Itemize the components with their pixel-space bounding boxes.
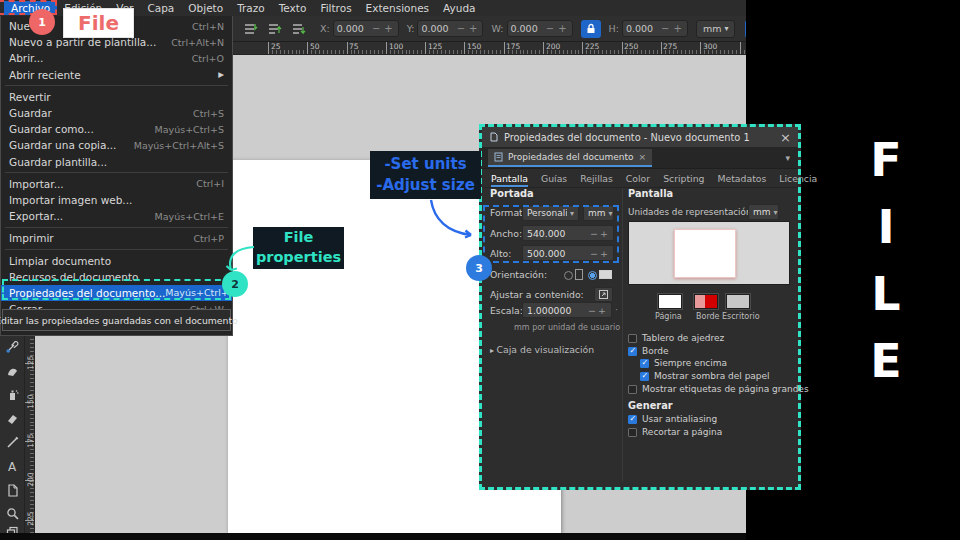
y-decrement[interactable]: − (455, 23, 467, 34)
step1-badge: 1 (29, 9, 55, 35)
x-input[interactable]: 0.000 − + (333, 20, 399, 37)
y-input[interactable]: 0.000 − + (417, 20, 483, 37)
x-decrement[interactable]: − (370, 23, 382, 34)
lock-ratio-button[interactable] (581, 20, 601, 38)
checkbox-checkerboard[interactable]: Tablero de ajedrez (628, 333, 724, 343)
checkbox-antialiasing[interactable]: Usar antialiasing (628, 414, 717, 424)
dropper-tool[interactable] (4, 338, 21, 355)
tab-scripting[interactable]: Scripting (663, 169, 704, 187)
dialog-icon (489, 132, 499, 142)
menu-item-importar-web[interactable]: Importar imagen web... (1, 192, 232, 208)
orientation-portrait-radio[interactable] (564, 271, 573, 280)
menu-ayuda[interactable]: Ayuda (436, 1, 482, 15)
front-page-heading: Portada (490, 188, 534, 199)
desk-color-swatch[interactable] (726, 294, 750, 309)
dialog-titlebar[interactable]: Propiedades del documento - Nuevo docume… (482, 127, 798, 147)
x-increment[interactable]: + (382, 23, 394, 34)
tab-color[interactable]: Color (626, 169, 650, 187)
zoom-tool[interactable] (4, 505, 21, 522)
dialog-tab-chip[interactable]: Propiedades del documento × (488, 149, 652, 167)
border-color-swatch[interactable] (694, 294, 718, 309)
tab-licencia[interactable]: Licencia (779, 169, 817, 187)
menu-filtros[interactable]: Filtros (313, 1, 358, 15)
step2-arrow (220, 238, 265, 283)
step2-highlight-rect (2, 279, 231, 300)
vruler-label: 175 (26, 431, 35, 451)
text-icon: A (5, 459, 20, 474)
generate-heading: Generar (628, 400, 673, 411)
page-tool[interactable] (4, 482, 21, 499)
tab-guias[interactable]: Guías (541, 169, 567, 187)
eraser-icon (5, 411, 20, 426)
w-input[interactable]: 0.000 − + (507, 20, 573, 37)
y-increment[interactable]: + (467, 23, 479, 34)
orientation-landscape-radio[interactable] (588, 271, 597, 280)
menu-item-guardar-plantilla[interactable]: Guardar plantilla... (1, 154, 232, 170)
caret-down-icon: ▾ (774, 208, 778, 217)
viewbox-expander[interactable]: ▸ Caja de visualización (490, 344, 594, 355)
checkbox-box (628, 347, 637, 356)
align-distribute-icon-1[interactable] (240, 20, 260, 38)
hruler-label: 225 (585, 42, 599, 51)
eraser-tool[interactable] (4, 410, 21, 427)
menu-item-abrir-reciente[interactable]: Abrir reciente▶ (1, 67, 232, 83)
step3-highlight-rect (483, 205, 619, 263)
menu-texto[interactable]: Texto (272, 1, 314, 15)
scale-input[interactable]: 1.000000 − + (522, 302, 612, 318)
hruler-label: 25 (271, 42, 281, 51)
vruler-label: 125 (26, 353, 35, 373)
h-increment[interactable]: + (671, 23, 683, 34)
menu-item-guardar-copia[interactable]: Guardar una copia...Mayús+Ctrl+Alt+S (1, 137, 232, 153)
menu-item-guardar-como[interactable]: Guardar como...Mayús+Ctrl+S (1, 121, 232, 137)
h-decrement[interactable]: − (659, 23, 671, 34)
resize-page-icon (598, 289, 609, 300)
tab-rejillas[interactable]: Rejillas (580, 169, 613, 187)
menu-trazo[interactable]: Trazo (230, 1, 272, 15)
scale-increment[interactable]: + (597, 305, 607, 316)
vruler-label: 150 (26, 392, 35, 412)
unit-dropdown[interactable]: mm ▾ (696, 20, 736, 38)
menu-item-limpiar[interactable]: Limpiar documento (1, 252, 232, 268)
h-input[interactable]: 0.000 − + (622, 20, 688, 37)
tab-metadatos[interactable]: Metadatos (717, 169, 766, 187)
tweak-tool[interactable] (4, 362, 21, 379)
scale-decrement[interactable]: − (587, 305, 597, 316)
page-icon (5, 483, 20, 498)
chevron-down-icon[interactable]: ▾ (785, 153, 790, 163)
menu-extensiones[interactable]: Extensiones (359, 1, 436, 15)
menu-capa[interactable]: Capa (140, 1, 181, 15)
banner-letter: E (870, 341, 901, 381)
menu-item-revertir[interactable]: Revertir (1, 89, 232, 105)
align-distribute-icon-3[interactable] (288, 20, 308, 38)
display-units-dropdown[interactable]: mm ▾ (748, 204, 779, 220)
pencil-tool[interactable] (4, 434, 21, 451)
checkbox-clip-to-page[interactable]: Recortar a página (628, 427, 722, 437)
menu-item-imprimir[interactable]: ImprimirCtrl+P (1, 230, 232, 246)
tab-pantalla[interactable]: Pantalla (491, 169, 528, 187)
page-color-swatch[interactable] (658, 294, 682, 309)
menu-item-guardar[interactable]: GuardarCtrl+S (1, 105, 232, 121)
menu-item-importar[interactable]: Importar...Ctrl+I (1, 176, 232, 192)
checkbox-always-on-top[interactable]: Siempre encima (640, 358, 727, 368)
dialog-close-button[interactable]: × (780, 130, 791, 145)
w-increment[interactable]: + (556, 23, 568, 34)
banner-letter: I (877, 207, 894, 247)
menu-separator (5, 172, 228, 173)
menu-item-abrir[interactable]: Abrir...Ctrl+O (1, 50, 232, 66)
banner-letter: L (871, 274, 900, 314)
text-tool[interactable]: A (4, 458, 21, 475)
scale-dot: · (615, 304, 618, 315)
portrait-page-icon (575, 269, 583, 280)
w-decrement[interactable]: − (544, 23, 556, 34)
fit-to-content-button[interactable] (594, 287, 613, 302)
menu-objeto[interactable]: Objeto (181, 1, 230, 15)
checkbox-big-page-labels[interactable]: Mostrar etiquetas de página grandes (628, 384, 809, 394)
checkbox-border[interactable]: Borde (628, 346, 668, 356)
spray-tool[interactable] (4, 386, 21, 403)
checkbox-box (628, 428, 637, 437)
chip-close-icon[interactable]: × (639, 152, 647, 162)
menu-item-exportar[interactable]: Exportar...Mayús+Ctrl+E (1, 208, 232, 224)
checkbox-show-shadow[interactable]: Mostrar sombra del papel (640, 371, 770, 381)
align-distribute-icon-2[interactable] (264, 20, 284, 38)
display-heading: Pantalla (628, 188, 673, 199)
